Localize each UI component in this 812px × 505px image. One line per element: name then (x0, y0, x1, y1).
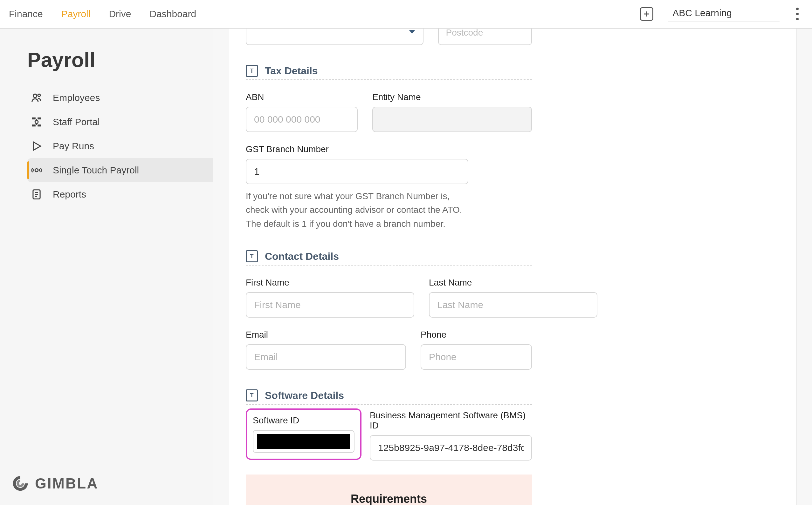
plus-icon (643, 10, 651, 18)
state-select[interactable] (246, 29, 424, 45)
email-label: Email (246, 330, 406, 340)
section-icon: T (246, 65, 258, 77)
sidebar-item-stp[interactable]: Single Touch Payroll (27, 158, 213, 182)
postcode-input[interactable]: Postcode (438, 29, 532, 45)
gst-input[interactable] (246, 159, 468, 184)
staff-portal-icon (30, 115, 43, 129)
top-nav: Finance Payroll Drive Dashboard ABC Lear… (0, 0, 812, 29)
first-name-input[interactable] (246, 292, 414, 318)
more-menu[interactable] (794, 6, 801, 22)
software-id-highlight: Software ID (246, 408, 361, 460)
sidebar-item-pay-runs[interactable]: Pay Runs (27, 134, 213, 158)
entity-name-input[interactable] (372, 107, 532, 132)
section-software-details: T Software Details (246, 389, 532, 405)
svg-point-6 (35, 169, 38, 172)
svg-point-3 (38, 94, 40, 97)
top-nav-left: Finance Payroll Drive Dashboard (9, 9, 196, 19)
entity-name-label: Entity Name (372, 92, 532, 102)
brand-logo-text: GIMBLA (35, 475, 98, 492)
svg-marker-5 (34, 142, 41, 150)
top-nav-right: ABC Learning (640, 6, 801, 22)
last-name-label: Last Name (429, 278, 597, 288)
section-contact-details: T Contact Details (246, 250, 532, 266)
sidebar-item-label: Staff Portal (53, 117, 100, 127)
phone-input[interactable] (421, 344, 532, 370)
requirements-title: Requirements (351, 492, 427, 505)
gst-label: GST Branch Number (246, 144, 468, 154)
nav-drive[interactable]: Drive (109, 9, 131, 19)
sidebar-item-label: Reports (53, 189, 86, 200)
form-panel: Postcode T Tax Details ABN Entity Name G… (229, 29, 797, 505)
section-icon: T (246, 250, 258, 262)
first-name-label: First Name (246, 278, 414, 288)
abn-label: ABN (246, 92, 358, 102)
employees-icon (30, 91, 43, 105)
main: Postcode T Tax Details ABN Entity Name G… (213, 29, 812, 505)
email-input[interactable] (246, 344, 406, 370)
address-row-partial: Postcode (246, 29, 532, 45)
nav-dashboard[interactable]: Dashboard (149, 9, 196, 19)
sidebar-item-label: Pay Runs (53, 141, 94, 152)
gst-help-text: If you're not sure what your GST Branch … (246, 189, 468, 230)
brand-logo: GIMBLA (11, 475, 98, 492)
sidebar-item-label: Single Touch Payroll (53, 165, 139, 176)
software-id-label: Software ID (253, 415, 354, 426)
pay-runs-icon (30, 139, 43, 153)
reports-icon (30, 188, 43, 201)
section-icon: T (246, 389, 258, 401)
gimbla-logo-icon (11, 475, 29, 492)
body: Payroll Employees Staff Portal (0, 29, 812, 505)
add-button[interactable] (640, 7, 653, 21)
section-tax-details: T Tax Details (246, 65, 532, 80)
stp-icon (30, 164, 43, 177)
section-title: Software Details (265, 390, 344, 401)
phone-label: Phone (421, 330, 532, 340)
svg-point-2 (33, 94, 37, 98)
sidebar-item-reports[interactable]: Reports (27, 182, 213, 206)
sidebar-item-employees[interactable]: Employees (27, 86, 213, 110)
sidebar-item-staff-portal[interactable]: Staff Portal (27, 110, 213, 134)
nav-payroll[interactable]: Payroll (62, 9, 91, 19)
requirements-banner: Requirements (246, 475, 532, 505)
svg-point-4 (35, 120, 38, 124)
nav-finance[interactable]: Finance (9, 9, 43, 19)
last-name-input[interactable] (429, 292, 597, 318)
org-selector[interactable]: ABC Learning (668, 6, 780, 22)
section-title: Tax Details (265, 65, 318, 77)
sidebar: Payroll Employees Staff Portal (0, 29, 213, 505)
software-id-input[interactable] (253, 430, 354, 453)
bms-id-label: Business Management Software (BMS) ID (370, 410, 532, 431)
sidebar-title: Payroll (27, 48, 213, 72)
sidebar-item-label: Employees (53, 93, 100, 103)
bms-id-input[interactable] (370, 435, 532, 461)
abn-input[interactable] (246, 107, 358, 132)
section-title: Contact Details (265, 250, 339, 262)
